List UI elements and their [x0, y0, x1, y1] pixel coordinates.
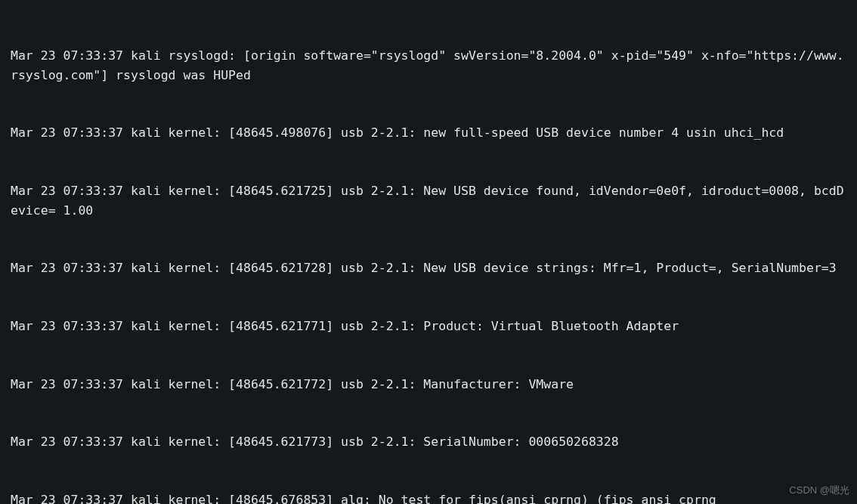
log-line: Mar 23 07:33:37 kali kernel: [48645.4980… — [11, 123, 846, 143]
log-line: Mar 23 07:33:37 kali kernel: [48645.6217… — [11, 375, 846, 394]
log-line: Mar 23 07:33:37 kali kernel: [48645.6768… — [11, 490, 846, 504]
log-line: Mar 23 07:33:37 kali kernel: [48645.6217… — [11, 432, 846, 452]
watermark: CSDN @嗯光 — [789, 483, 849, 498]
log-line: Mar 23 07:33:37 kali kernel: [48645.6217… — [11, 181, 846, 220]
terminal-output[interactable]: Mar 23 07:33:37 kali rsyslogd: [origin s… — [0, 0, 857, 504]
log-line: Mar 23 07:33:37 kali kernel: [48645.6217… — [11, 258, 846, 278]
log-line: Mar 23 07:33:37 kali kernel: [48645.6217… — [11, 317, 846, 336]
log-line: Mar 23 07:33:37 kali rsyslogd: [origin s… — [11, 46, 846, 85]
